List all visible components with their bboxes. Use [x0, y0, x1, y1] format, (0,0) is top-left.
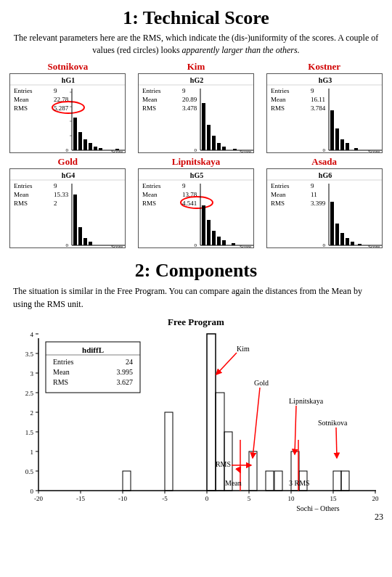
svg-line-173	[216, 353, 237, 375]
svg-text:Score: Score	[111, 149, 123, 153]
svg-text:9: 9	[182, 182, 186, 189]
svg-text:0: 0	[322, 242, 325, 248]
svg-text:15.33: 15.33	[54, 191, 69, 198]
histogram-gold: hG4 Entries9 Mean15.33 RMS2 0 Score	[9, 168, 126, 248]
svg-text:Sotnikova: Sotnikova	[318, 419, 348, 427]
svg-text:Sochi – Others: Sochi – Others	[296, 504, 340, 512]
svg-text:16.11: 16.11	[311, 96, 325, 103]
svg-text:15: 15	[330, 495, 338, 502]
svg-text:0: 0	[322, 147, 325, 153]
svg-text:Entries: Entries	[53, 358, 73, 366]
svg-rect-72	[83, 238, 87, 245]
svg-text:Gold: Gold	[254, 379, 269, 387]
section2-title: 2: Components	[0, 253, 392, 285]
svg-text:-5: -5	[162, 495, 168, 502]
svg-text:0: 0	[66, 242, 69, 248]
svg-text:3.784: 3.784	[311, 105, 326, 112]
svg-text:9: 9	[311, 87, 314, 94]
svg-rect-160	[123, 471, 131, 491]
svg-text:hG2: hG2	[190, 76, 203, 84]
skater-lipnitskaya: Lipnitskaya hG5 Entries9 Mean13.78 RMS 4…	[134, 156, 258, 248]
svg-text:Mean: Mean	[271, 96, 286, 103]
svg-text:Kim: Kim	[237, 345, 250, 353]
svg-rect-161	[165, 412, 173, 491]
svg-rect-87	[202, 205, 205, 245]
svg-line-175	[253, 388, 260, 458]
svg-text:hG3: hG3	[318, 76, 331, 84]
svg-rect-53	[330, 110, 334, 150]
skater-sotnikova: Sotnikova hG1 Entries9 Mean22.78 RMS 5.2…	[6, 61, 130, 153]
svg-text:9: 9	[54, 182, 57, 189]
skater-kim: Kim hG2 Entries9 Mean20.89 RMS3.478 0 Sc…	[134, 61, 258, 153]
svg-rect-106	[335, 224, 339, 245]
svg-text:Mean: Mean	[53, 368, 70, 376]
svg-text:2.5: 2.5	[25, 390, 34, 397]
svg-rect-40	[233, 149, 237, 150]
svg-rect-91	[222, 240, 226, 245]
svg-text:RMS: RMS	[142, 105, 156, 112]
svg-text:0: 0	[30, 488, 34, 495]
svg-text:0: 0	[205, 495, 209, 502]
svg-rect-105	[330, 202, 334, 245]
svg-text:1: 1	[30, 449, 34, 456]
svg-text:0: 0	[194, 242, 197, 248]
svg-rect-56	[346, 143, 349, 150]
svg-text:10: 10	[288, 495, 295, 502]
intro-text: The relevant parameters here are the RMS…	[0, 32, 392, 61]
histogram-asada: hG6 Entries9 Mean11 RMS3.399 0 Score	[266, 168, 383, 248]
svg-rect-54	[335, 128, 339, 150]
svg-text:3: 3	[30, 370, 34, 377]
svg-text:-10: -10	[118, 495, 127, 502]
svg-text:RMS: RMS	[271, 200, 285, 207]
svg-rect-88	[207, 220, 211, 245]
svg-rect-20	[94, 147, 97, 150]
svg-text:-15: -15	[76, 495, 85, 502]
svg-text:Entries: Entries	[271, 182, 290, 189]
svg-rect-35	[202, 103, 205, 150]
svg-text:Entries: Entries	[14, 87, 33, 94]
svg-rect-110	[358, 244, 362, 245]
svg-text:RMS: RMS	[216, 460, 231, 468]
svg-rect-108	[346, 238, 349, 245]
svg-text:0: 0	[66, 147, 69, 153]
svg-text:3.627: 3.627	[117, 378, 134, 386]
free-program-histogram-container: 0 0.5 1 1.5 2 2.5 3 3.5 4 -20 -15 -10 -5…	[6, 331, 386, 519]
svg-rect-170	[333, 471, 341, 491]
svg-text:3 RMS: 3 RMS	[289, 479, 310, 487]
svg-rect-37	[212, 136, 216, 150]
svg-text:Mean: Mean	[14, 191, 29, 198]
skater-kostner: Kostner hG3 Entries9 Mean16.11 RMS3.784 …	[262, 61, 386, 153]
histogram-kostner: hG3 Entries9 Mean16.11 RMS3.784 0 Score	[266, 73, 383, 153]
svg-text:Entries: Entries	[142, 182, 161, 189]
svg-text:Score: Score	[368, 244, 380, 248]
svg-rect-70	[73, 195, 77, 245]
svg-text:9: 9	[182, 87, 186, 94]
svg-text:24: 24	[126, 358, 133, 366]
svg-rect-89	[212, 231, 216, 245]
svg-text:Score: Score	[240, 244, 251, 248]
svg-text:1.5: 1.5	[25, 429, 34, 436]
svg-rect-36	[207, 125, 211, 150]
svg-text:RMS: RMS	[271, 105, 285, 112]
svg-text:3.995: 3.995	[117, 368, 134, 376]
svg-text:RMS: RMS	[14, 200, 28, 207]
skater-name-gold: Gold	[58, 156, 78, 168]
svg-rect-21	[99, 148, 102, 150]
skater-name-asada: Asada	[311, 156, 337, 168]
svg-rect-167	[274, 471, 282, 491]
svg-text:Score: Score	[368, 149, 380, 153]
svg-rect-39	[222, 147, 226, 150]
svg-text:Mean: Mean	[271, 191, 286, 198]
svg-rect-163	[216, 393, 224, 491]
svg-rect-171	[341, 471, 349, 491]
svg-rect-92	[232, 243, 235, 245]
svg-text:20.89: 20.89	[182, 96, 197, 103]
svg-rect-107	[340, 233, 344, 245]
svg-text:3.478: 3.478	[182, 105, 197, 112]
svg-text:5: 5	[248, 495, 251, 502]
svg-rect-55	[340, 139, 344, 150]
svg-rect-90	[217, 237, 221, 245]
free-program-histogram: 0 0.5 1 1.5 2 2.5 3 3.5 4 -20 -15 -10 -5…	[6, 331, 386, 516]
svg-text:RMS: RMS	[142, 200, 156, 207]
skater-name-lipnitskaya: Lipnitskaya	[172, 156, 220, 168]
